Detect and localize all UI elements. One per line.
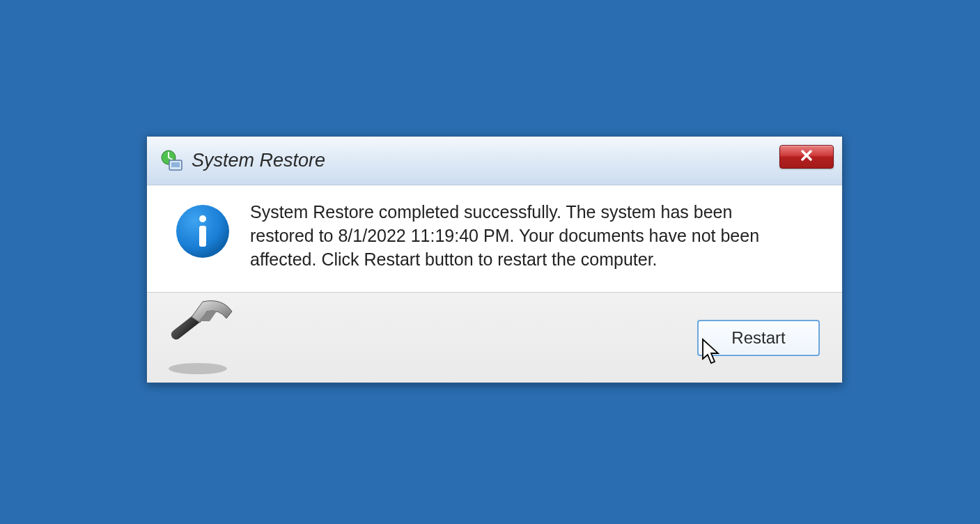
restart-button[interactable]: Restart (697, 320, 820, 356)
button-pane: Restart (147, 292, 842, 383)
system-restore-dialog: System Restore (146, 136, 843, 383)
svg-point-6 (169, 363, 227, 374)
svg-point-4 (199, 215, 206, 222)
hammer-icon (160, 293, 243, 377)
info-icon (175, 203, 231, 259)
system-restore-icon (160, 149, 183, 173)
dialog-message: System Restore completed successfully. T… (250, 201, 821, 271)
close-button[interactable] (779, 145, 834, 169)
dialog-content: System Restore completed successfully. T… (147, 185, 842, 292)
titlebar: System Restore (147, 137, 842, 185)
svg-rect-2 (171, 162, 180, 167)
svg-rect-5 (199, 226, 206, 247)
close-icon (799, 148, 814, 166)
dialog-title: System Restore (192, 150, 325, 171)
